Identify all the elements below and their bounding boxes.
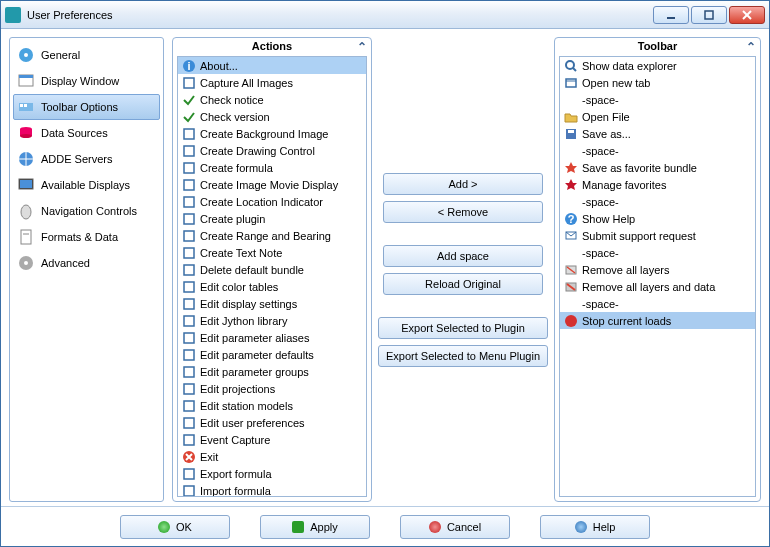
list-item[interactable]: Open File [560, 108, 755, 125]
svg-rect-1 [705, 11, 713, 19]
toolbar-list[interactable]: Show data explorerOpen new tab-space-Ope… [560, 57, 755, 496]
svg-rect-36 [184, 316, 194, 326]
support-icon [564, 229, 578, 243]
import-icon [182, 484, 196, 497]
sidebar-item[interactable]: General [13, 42, 160, 68]
list-item-label: Remove all layers [582, 264, 669, 276]
list-item[interactable]: Edit color tables [178, 278, 366, 295]
list-item-label: Edit color tables [200, 281, 278, 293]
list-item[interactable]: Import formula [178, 482, 366, 496]
export-icon [182, 467, 196, 481]
save-icon [564, 127, 578, 141]
list-item[interactable]: Capture All Images [178, 74, 366, 91]
export-plugin-button[interactable]: Export Selected to Plugin [378, 317, 548, 339]
list-item[interactable]: Create Location Indicator [178, 193, 366, 210]
list-item[interactable]: -space- [560, 142, 755, 159]
export-menu-plugin-button[interactable]: Export Selected to Menu Plugin [378, 345, 548, 367]
list-item[interactable]: Manage favorites [560, 176, 755, 193]
check-icon [182, 110, 196, 124]
list-item[interactable]: -space- [560, 295, 755, 312]
help-button[interactable]: Help [540, 515, 650, 539]
list-item-label: Stop current loads [582, 315, 671, 327]
ok-button[interactable]: OK [120, 515, 230, 539]
list-item[interactable]: Remove all layers [560, 261, 755, 278]
svg-rect-35 [184, 299, 194, 309]
list-item[interactable]: Create Drawing Control [178, 142, 366, 159]
list-item[interactable]: Save as... [560, 125, 755, 142]
minimize-button[interactable] [653, 6, 689, 24]
list-item[interactable]: Remove all layers and data [560, 278, 755, 295]
list-item[interactable]: Create Image Movie Display [178, 176, 366, 193]
exit-icon [182, 450, 196, 464]
chevron-up-icon[interactable]: ⌃ [746, 40, 756, 54]
cancel-button[interactable]: Cancel [400, 515, 510, 539]
list-item[interactable]: Check notice [178, 91, 366, 108]
list-item[interactable]: -space- [560, 244, 755, 261]
list-item[interactable]: Check version [178, 108, 366, 125]
svg-rect-45 [184, 469, 194, 479]
list-item[interactable]: Create plugin [178, 210, 366, 227]
list-item[interactable]: Create Range and Bearing [178, 227, 366, 244]
list-item[interactable]: Edit Jython library [178, 312, 366, 329]
list-item[interactable]: Exit [178, 448, 366, 465]
prefs-icon [182, 416, 196, 430]
sidebar-item-label: Navigation Controls [41, 205, 137, 217]
remove-button[interactable]: < Remove [383, 201, 543, 223]
titlebar[interactable]: User Preferences [1, 1, 769, 29]
add-space-button[interactable]: Add space [383, 245, 543, 267]
list-item[interactable]: -space- [560, 91, 755, 108]
list-item[interactable]: iAbout... [178, 57, 366, 74]
maximize-button[interactable] [691, 6, 727, 24]
list-icon [182, 331, 196, 345]
apply-button[interactable]: Apply [260, 515, 370, 539]
svg-rect-16 [20, 180, 32, 188]
list-item[interactable]: Submit support request [560, 227, 755, 244]
list-item-label: Manage favorites [582, 179, 666, 191]
list-item[interactable]: Edit parameter aliases [178, 329, 366, 346]
list-item[interactable]: Export formula [178, 465, 366, 482]
list-item[interactable]: Open new tab [560, 74, 755, 91]
svg-rect-24 [184, 78, 194, 88]
list-item[interactable]: Stop current loads [560, 312, 755, 329]
list-item[interactable]: Create formula [178, 159, 366, 176]
sidebar-item[interactable]: Data Sources [13, 120, 160, 146]
app-icon [5, 7, 21, 23]
pencil-icon [182, 144, 196, 158]
list-item[interactable]: Edit display settings [178, 295, 366, 312]
list-item-label: Event Capture [200, 434, 270, 446]
gear-icon [182, 297, 196, 311]
actions-list[interactable]: iAbout...Capture All ImagesCheck noticeC… [178, 57, 366, 496]
palette-icon [182, 280, 196, 294]
list-item[interactable]: Edit user preferences [178, 414, 366, 431]
list-item[interactable]: Show data explorer [560, 57, 755, 74]
close-button[interactable] [729, 6, 765, 24]
spacer-icon [564, 246, 578, 260]
film-icon [182, 178, 196, 192]
sidebar-item[interactable]: Advanced [13, 250, 160, 276]
list-item[interactable]: Edit parameter defaults [178, 346, 366, 363]
reload-original-button[interactable]: Reload Original [383, 273, 543, 295]
list-item-label: Edit parameter aliases [200, 332, 309, 344]
spacer-icon [564, 195, 578, 209]
sidebar-item[interactable]: Display Window [13, 68, 160, 94]
list-item-label: Create plugin [200, 213, 265, 225]
list-item[interactable]: Event Capture [178, 431, 366, 448]
list-item[interactable]: Delete default bundle [178, 261, 366, 278]
list-item[interactable]: Edit station models [178, 397, 366, 414]
list-item[interactable]: Edit parameter groups [178, 363, 366, 380]
sidebar-item[interactable]: Navigation Controls [13, 198, 160, 224]
sidebar-item[interactable]: Formats & Data [13, 224, 160, 250]
list-item-label: Submit support request [582, 230, 696, 242]
add-button[interactable]: Add > [383, 173, 543, 195]
list-item[interactable]: -space- [560, 193, 755, 210]
list-item-label: Remove all layers and data [582, 281, 715, 293]
chevron-up-icon[interactable]: ⌃ [357, 40, 367, 54]
list-item[interactable]: Save as favorite bundle [560, 159, 755, 176]
list-item[interactable]: Create Background Image [178, 125, 366, 142]
list-item[interactable]: Create Text Note [178, 244, 366, 261]
sidebar-item[interactable]: Toolbar Options [13, 94, 160, 120]
list-item[interactable]: ?Show Help [560, 210, 755, 227]
sidebar-item[interactable]: ADDE Servers [13, 146, 160, 172]
list-item[interactable]: Edit projections [178, 380, 366, 397]
sidebar-item[interactable]: Available Displays [13, 172, 160, 198]
